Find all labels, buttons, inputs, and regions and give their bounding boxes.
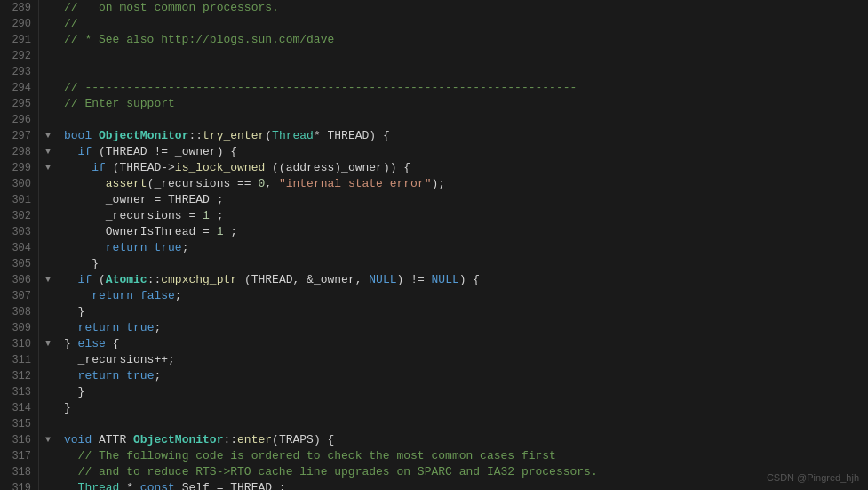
line-number: 317 bbox=[4, 448, 31, 464]
line-number: 318 bbox=[4, 464, 31, 480]
fold-empty bbox=[39, 64, 57, 80]
code-line: // and to reduce RTS->RTO cache line upg… bbox=[64, 464, 868, 480]
code-line: // The following code is ordered to chec… bbox=[64, 448, 868, 464]
fold-empty bbox=[39, 0, 57, 16]
code-line: } bbox=[64, 256, 868, 272]
fold-empty bbox=[39, 224, 57, 240]
line-number: 306 bbox=[4, 272, 31, 288]
code-line: // bbox=[64, 16, 868, 32]
code-line: } bbox=[64, 400, 868, 416]
line-number: 314 bbox=[4, 400, 31, 416]
fold-empty bbox=[39, 320, 57, 336]
code-line bbox=[64, 64, 868, 80]
line-number: 305 bbox=[4, 256, 31, 272]
fold-empty bbox=[39, 464, 57, 480]
line-number: 293 bbox=[4, 64, 31, 80]
fold-toggle[interactable]: ▼ bbox=[39, 272, 57, 288]
line-number: 301 bbox=[4, 192, 31, 208]
code-line: assert(_recursions == 0, "internal state… bbox=[64, 176, 868, 192]
fold-empty bbox=[39, 352, 57, 368]
code-line: // -------------------------------------… bbox=[64, 80, 868, 96]
fold-empty bbox=[39, 384, 57, 400]
watermark-text: CSDN @Pingred_hjh bbox=[767, 472, 859, 483]
fold-empty bbox=[39, 416, 57, 432]
code-line: void ATTR ObjectMonitor::enter(TRAPS) { bbox=[64, 432, 868, 448]
line-number: 291 bbox=[4, 32, 31, 48]
line-number: 315 bbox=[4, 416, 31, 432]
code-line: OwnerIsThread = 1 ; bbox=[64, 224, 868, 240]
code-area: 2892902912922932942952962972982993003013… bbox=[0, 0, 868, 490]
line-number: 308 bbox=[4, 304, 31, 320]
fold-gutter: ▼▼▼▼▼▼ bbox=[39, 0, 57, 490]
code-line: if (Atomic::cmpxchg_ptr (THREAD, &_owner… bbox=[64, 272, 868, 288]
fold-empty bbox=[39, 480, 57, 490]
line-number: 310 bbox=[4, 336, 31, 352]
code-line: _recursions = 1 ; bbox=[64, 208, 868, 224]
line-number: 294 bbox=[4, 80, 31, 96]
code-line bbox=[64, 416, 868, 432]
code-line: } bbox=[64, 304, 868, 320]
line-number: 297 bbox=[4, 128, 31, 144]
fold-empty bbox=[39, 368, 57, 384]
line-number: 316 bbox=[4, 432, 31, 448]
code-line: // Enter support bbox=[64, 96, 868, 112]
line-number: 309 bbox=[4, 320, 31, 336]
fold-empty bbox=[39, 112, 57, 128]
line-number: 302 bbox=[4, 208, 31, 224]
line-number: 290 bbox=[4, 16, 31, 32]
line-number: 296 bbox=[4, 112, 31, 128]
fold-empty bbox=[39, 192, 57, 208]
fold-empty bbox=[39, 400, 57, 416]
fold-empty bbox=[39, 32, 57, 48]
fold-empty bbox=[39, 96, 57, 112]
line-number: 307 bbox=[4, 288, 31, 304]
code-lines: // on most common processors.//// * See … bbox=[57, 0, 868, 490]
code-editor: 2892902912922932942952962972982993003013… bbox=[0, 0, 868, 490]
fold-toggle[interactable]: ▼ bbox=[39, 160, 57, 176]
code-line: if (THREAD != _owner) { bbox=[64, 144, 868, 160]
fold-empty bbox=[39, 48, 57, 64]
code-line: if (THREAD->is_lock_owned ((address)_own… bbox=[64, 160, 868, 176]
fold-empty bbox=[39, 80, 57, 96]
code-line: // * See also http://blogs.sun.com/dave bbox=[64, 32, 868, 48]
line-number: 295 bbox=[4, 96, 31, 112]
code-line: bool ObjectMonitor::try_enter(Thread* TH… bbox=[64, 128, 868, 144]
fold-empty bbox=[39, 288, 57, 304]
fold-empty bbox=[39, 256, 57, 272]
line-number: 303 bbox=[4, 224, 31, 240]
line-number: 289 bbox=[4, 0, 31, 16]
fold-toggle[interactable]: ▼ bbox=[39, 144, 57, 160]
fold-empty bbox=[39, 16, 57, 32]
code-line: return false; bbox=[64, 288, 868, 304]
fold-empty bbox=[39, 240, 57, 256]
fold-empty bbox=[39, 208, 57, 224]
fold-toggle[interactable]: ▼ bbox=[39, 128, 57, 144]
line-number: 298 bbox=[4, 144, 31, 160]
line-number: 299 bbox=[4, 160, 31, 176]
code-line: } bbox=[64, 384, 868, 400]
line-number: 313 bbox=[4, 384, 31, 400]
line-numbers: 2892902912922932942952962972982993003013… bbox=[0, 0, 39, 490]
fold-empty bbox=[39, 176, 57, 192]
code-line: _recursions++; bbox=[64, 352, 868, 368]
line-number: 319 bbox=[4, 480, 31, 490]
line-number: 292 bbox=[4, 48, 31, 64]
fold-empty bbox=[39, 448, 57, 464]
code-line bbox=[64, 48, 868, 64]
line-number: 312 bbox=[4, 368, 31, 384]
code-line: return true; bbox=[64, 240, 868, 256]
code-line: // on most common processors. bbox=[64, 0, 868, 16]
line-number: 300 bbox=[4, 176, 31, 192]
line-number: 311 bbox=[4, 352, 31, 368]
fold-toggle[interactable]: ▼ bbox=[39, 336, 57, 352]
fold-toggle[interactable]: ▼ bbox=[39, 432, 57, 448]
line-number: 304 bbox=[4, 240, 31, 256]
code-line: _owner = THREAD ; bbox=[64, 192, 868, 208]
code-line: return true; bbox=[64, 368, 868, 384]
code-line: Thread * const Self = THREAD ; bbox=[64, 480, 868, 490]
fold-empty bbox=[39, 304, 57, 320]
code-line: } else { bbox=[64, 336, 868, 352]
code-line bbox=[64, 112, 868, 128]
code-line: return true; bbox=[64, 320, 868, 336]
